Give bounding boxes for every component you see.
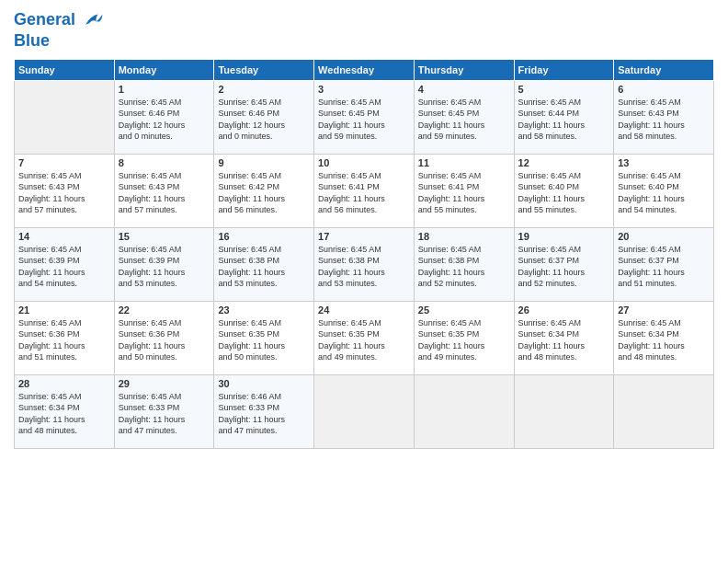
day-info: Sunrise: 6:45 AM Sunset: 6:42 PM Dayligh… xyxy=(218,170,310,216)
calendar-cell: 2Sunrise: 6:45 AM Sunset: 6:46 PM Daylig… xyxy=(214,80,314,154)
day-info: Sunrise: 6:45 AM Sunset: 6:40 PM Dayligh… xyxy=(518,170,610,216)
day-number: 18 xyxy=(418,231,510,242)
day-info: Sunrise: 6:45 AM Sunset: 6:41 PM Dayligh… xyxy=(318,170,410,216)
day-number: 16 xyxy=(218,231,310,242)
calendar-cell: 26Sunrise: 6:45 AM Sunset: 6:34 PM Dayli… xyxy=(514,301,614,374)
day-number: 13 xyxy=(618,157,710,168)
day-info: Sunrise: 6:45 AM Sunset: 6:43 PM Dayligh… xyxy=(18,170,110,216)
header-wednesday: Wednesday xyxy=(314,59,415,80)
day-number: 7 xyxy=(18,157,110,168)
day-info: Sunrise: 6:45 AM Sunset: 6:37 PM Dayligh… xyxy=(618,244,710,290)
day-number: 29 xyxy=(119,378,210,389)
calendar-cell: 21Sunrise: 6:45 AM Sunset: 6:36 PM Dayli… xyxy=(15,301,115,374)
day-info: Sunrise: 6:45 AM Sunset: 6:35 PM Dayligh… xyxy=(418,317,510,363)
day-number: 12 xyxy=(518,157,610,168)
day-number: 11 xyxy=(418,157,510,168)
calendar-cell xyxy=(15,80,115,154)
calendar-cell: 28Sunrise: 6:45 AM Sunset: 6:34 PM Dayli… xyxy=(15,374,115,448)
calendar-cell xyxy=(314,374,415,448)
day-number: 19 xyxy=(518,231,610,242)
day-number: 23 xyxy=(218,304,310,316)
calendar-cell: 24Sunrise: 6:45 AM Sunset: 6:35 PM Dayli… xyxy=(314,301,415,374)
day-info: Sunrise: 6:45 AM Sunset: 6:33 PM Dayligh… xyxy=(119,391,210,437)
day-info: Sunrise: 6:45 AM Sunset: 6:39 PM Dayligh… xyxy=(18,244,110,290)
day-number: 20 xyxy=(618,231,710,242)
calendar-cell xyxy=(614,374,714,448)
calendar-cell: 9Sunrise: 6:45 AM Sunset: 6:42 PM Daylig… xyxy=(214,154,314,227)
day-info: Sunrise: 6:46 AM Sunset: 6:33 PM Dayligh… xyxy=(218,391,310,437)
calendar-table: SundayMondayTuesdayWednesdayThursdayFrid… xyxy=(14,59,714,449)
logo-bird-icon xyxy=(82,9,104,31)
day-number: 22 xyxy=(119,304,210,316)
day-info: Sunrise: 6:45 AM Sunset: 6:38 PM Dayligh… xyxy=(418,244,510,290)
day-info: Sunrise: 6:45 AM Sunset: 6:36 PM Dayligh… xyxy=(119,317,210,363)
calendar-cell: 10Sunrise: 6:45 AM Sunset: 6:41 PM Dayli… xyxy=(314,154,415,227)
calendar-cell: 22Sunrise: 6:45 AM Sunset: 6:36 PM Dayli… xyxy=(114,301,214,374)
calendar-cell: 4Sunrise: 6:45 AM Sunset: 6:45 PM Daylig… xyxy=(414,80,514,154)
day-info: Sunrise: 6:45 AM Sunset: 6:37 PM Dayligh… xyxy=(518,244,610,290)
calendar-cell: 17Sunrise: 6:45 AM Sunset: 6:38 PM Dayli… xyxy=(314,227,415,301)
day-number: 21 xyxy=(18,304,110,316)
week-row-1: 7Sunrise: 6:45 AM Sunset: 6:43 PM Daylig… xyxy=(15,154,714,227)
day-info: Sunrise: 6:45 AM Sunset: 6:46 PM Dayligh… xyxy=(119,97,210,143)
day-info: Sunrise: 6:45 AM Sunset: 6:44 PM Dayligh… xyxy=(518,97,610,143)
calendar-cell: 29Sunrise: 6:45 AM Sunset: 6:33 PM Dayli… xyxy=(114,374,214,448)
calendar-cell: 19Sunrise: 6:45 AM Sunset: 6:37 PM Dayli… xyxy=(514,227,614,301)
header-friday: Friday xyxy=(514,59,614,80)
day-info: Sunrise: 6:45 AM Sunset: 6:40 PM Dayligh… xyxy=(618,170,710,216)
calendar-cell: 30Sunrise: 6:46 AM Sunset: 6:33 PM Dayli… xyxy=(214,374,314,448)
day-number: 24 xyxy=(318,304,410,316)
calendar-cell xyxy=(514,374,614,448)
day-number: 1 xyxy=(119,84,210,95)
header-sunday: Sunday xyxy=(15,59,115,80)
logo-general: General xyxy=(14,10,75,29)
day-number: 5 xyxy=(518,84,610,95)
calendar-cell: 5Sunrise: 6:45 AM Sunset: 6:44 PM Daylig… xyxy=(514,80,614,154)
day-number: 2 xyxy=(218,84,310,95)
day-number: 17 xyxy=(318,231,410,242)
day-info: Sunrise: 6:45 AM Sunset: 6:34 PM Dayligh… xyxy=(18,391,110,437)
day-info: Sunrise: 6:45 AM Sunset: 6:35 PM Dayligh… xyxy=(318,317,410,363)
calendar-cell: 8Sunrise: 6:45 AM Sunset: 6:43 PM Daylig… xyxy=(114,154,214,227)
day-info: Sunrise: 6:45 AM Sunset: 6:46 PM Dayligh… xyxy=(218,97,310,143)
calendar-cell: 16Sunrise: 6:45 AM Sunset: 6:38 PM Dayli… xyxy=(214,227,314,301)
day-number: 30 xyxy=(218,378,310,389)
day-info: Sunrise: 6:45 AM Sunset: 6:45 PM Dayligh… xyxy=(418,97,510,143)
day-number: 15 xyxy=(119,231,210,242)
header: General Blue xyxy=(14,9,714,52)
day-info: Sunrise: 6:45 AM Sunset: 6:45 PM Dayligh… xyxy=(318,97,410,143)
day-number: 10 xyxy=(318,157,410,168)
calendar-cell: 23Sunrise: 6:45 AM Sunset: 6:35 PM Dayli… xyxy=(214,301,314,374)
calendar-cell: 27Sunrise: 6:45 AM Sunset: 6:34 PM Dayli… xyxy=(614,301,714,374)
calendar-cell: 12Sunrise: 6:45 AM Sunset: 6:40 PM Dayli… xyxy=(514,154,614,227)
day-number: 3 xyxy=(318,84,410,95)
day-info: Sunrise: 6:45 AM Sunset: 6:38 PM Dayligh… xyxy=(318,244,410,290)
day-info: Sunrise: 6:45 AM Sunset: 6:36 PM Dayligh… xyxy=(18,317,110,363)
calendar-cell: 6Sunrise: 6:45 AM Sunset: 6:43 PM Daylig… xyxy=(614,80,714,154)
day-number: 25 xyxy=(418,304,510,316)
week-row-2: 14Sunrise: 6:45 AM Sunset: 6:39 PM Dayli… xyxy=(15,227,714,301)
day-number: 6 xyxy=(618,84,710,95)
day-number: 9 xyxy=(218,157,310,168)
header-row: SundayMondayTuesdayWednesdayThursdayFrid… xyxy=(15,59,714,80)
calendar-cell: 7Sunrise: 6:45 AM Sunset: 6:43 PM Daylig… xyxy=(15,154,115,227)
day-number: 27 xyxy=(618,304,710,316)
calendar-cell xyxy=(414,374,514,448)
day-info: Sunrise: 6:45 AM Sunset: 6:43 PM Dayligh… xyxy=(618,97,710,143)
header-monday: Monday xyxy=(114,59,214,80)
day-info: Sunrise: 6:45 AM Sunset: 6:41 PM Dayligh… xyxy=(418,170,510,216)
calendar-cell: 1Sunrise: 6:45 AM Sunset: 6:46 PM Daylig… xyxy=(114,80,214,154)
day-info: Sunrise: 6:45 AM Sunset: 6:38 PM Dayligh… xyxy=(218,244,310,290)
calendar-cell: 3Sunrise: 6:45 AM Sunset: 6:45 PM Daylig… xyxy=(314,80,415,154)
day-info: Sunrise: 6:45 AM Sunset: 6:34 PM Dayligh… xyxy=(518,317,610,363)
day-number: 4 xyxy=(418,84,510,95)
day-number: 26 xyxy=(518,304,610,316)
header-saturday: Saturday xyxy=(614,59,714,80)
calendar-cell: 18Sunrise: 6:45 AM Sunset: 6:38 PM Dayli… xyxy=(414,227,514,301)
page: General Blue SundayMondayTuesdayWednesda… xyxy=(0,0,728,563)
day-info: Sunrise: 6:45 AM Sunset: 6:43 PM Dayligh… xyxy=(119,170,210,216)
day-number: 14 xyxy=(18,231,110,242)
header-tuesday: Tuesday xyxy=(214,59,314,80)
calendar-cell: 20Sunrise: 6:45 AM Sunset: 6:37 PM Dayli… xyxy=(614,227,714,301)
day-info: Sunrise: 6:45 AM Sunset: 6:34 PM Dayligh… xyxy=(618,317,710,363)
